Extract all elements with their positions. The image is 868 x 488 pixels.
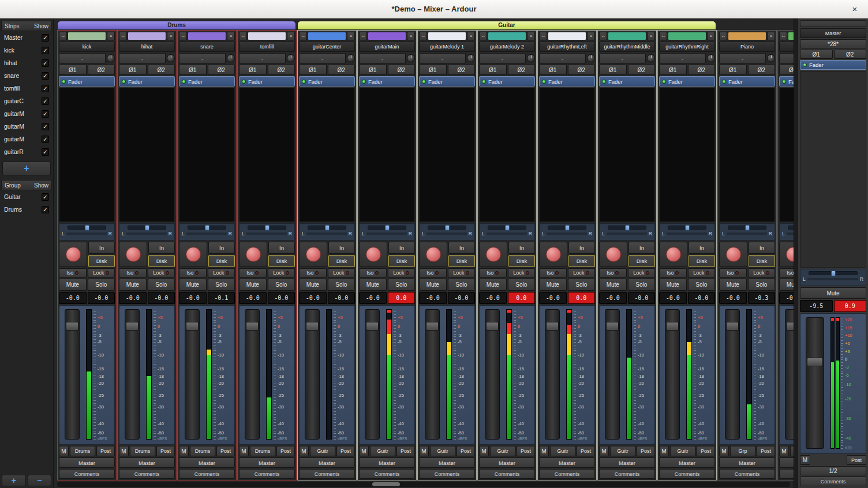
- gain-fader[interactable]: [245, 309, 260, 440]
- mute-button[interactable]: Mute: [659, 279, 687, 291]
- metering-button[interactable]: M: [359, 446, 369, 456]
- pan-handle[interactable]: [831, 271, 836, 276]
- processor-box[interactable]: [779, 88, 794, 222]
- solo-button[interactable]: Solo: [88, 279, 115, 291]
- panner[interactable]: L R: [419, 223, 475, 241]
- strip-list-item[interactable]: guitarM ✓: [1, 107, 52, 120]
- phase-invert-1[interactable]: Ø1: [779, 65, 794, 75]
- group-button[interactable]: Grp: [790, 446, 794, 456]
- phase-invert-2[interactable]: Ø2: [688, 65, 716, 75]
- visibility-checkbox[interactable]: ✓: [42, 136, 49, 143]
- strip-list-item[interactable]: guitarC ✓: [1, 95, 52, 107]
- fader-handle[interactable]: [606, 322, 619, 331]
- monitor-input-button[interactable]: In: [88, 242, 115, 254]
- panner[interactable]: L R: [59, 223, 115, 241]
- gain-display[interactable]: -9.5: [800, 300, 833, 312]
- pan-handle[interactable]: [205, 225, 209, 231]
- peak-display[interactable]: -0.0: [328, 292, 356, 304]
- phase-invert-2[interactable]: Ø2: [834, 50, 867, 59]
- strip-hide-button[interactable]: ×: [287, 32, 295, 40]
- trim-knob[interactable]: [467, 54, 475, 62]
- visibility-checkbox[interactable]: ✓: [42, 123, 49, 130]
- fader-handle[interactable]: [126, 322, 139, 331]
- pan-handle[interactable]: [565, 225, 570, 231]
- meter-point-button[interactable]: Post: [336, 446, 355, 456]
- pan-track[interactable]: [728, 226, 766, 230]
- comments-button[interactable]: Comments: [659, 469, 715, 479]
- trim-knob[interactable]: [707, 54, 715, 62]
- strip-color-swatch[interactable]: [68, 32, 106, 40]
- monitor-disk-button[interactable]: Disk: [88, 255, 115, 267]
- input-button[interactable]: -: [539, 53, 586, 63]
- solo-isolate-button[interactable]: Iso: [659, 268, 687, 277]
- panner[interactable]: L R: [179, 223, 235, 241]
- strip-color-swatch[interactable]: [368, 32, 406, 40]
- phase-invert-2[interactable]: Ø2: [328, 65, 356, 75]
- fader-handle[interactable]: [66, 322, 78, 331]
- group-button[interactable]: Drums: [190, 446, 215, 456]
- pan-handle[interactable]: [745, 225, 750, 231]
- gain-fader[interactable]: [725, 309, 740, 440]
- mute-button[interactable]: Mute: [719, 279, 747, 291]
- comments-button[interactable]: Comments: [359, 469, 415, 479]
- output-button[interactable]: Master: [299, 457, 355, 468]
- monitor-input-button[interactable]: In: [689, 242, 715, 254]
- phase-invert-1[interactable]: Ø1: [299, 65, 327, 75]
- mute-button[interactable]: Mute: [179, 279, 207, 291]
- solo-isolate-button[interactable]: Iso: [779, 268, 794, 277]
- comments-button[interactable]: Comments: [239, 469, 295, 479]
- processor-box[interactable]: [419, 88, 475, 222]
- gain-display[interactable]: -0.0: [599, 292, 627, 304]
- fader-processor[interactable]: Fader: [599, 76, 655, 87]
- comments-button[interactable]: Comments: [719, 469, 775, 479]
- fader-processor[interactable]: Fader: [479, 76, 535, 87]
- meter-point-button[interactable]: Post: [847, 455, 866, 465]
- pan-track[interactable]: [548, 226, 586, 230]
- solo-isolate-button[interactable]: Iso: [119, 268, 147, 277]
- monitor-disk-button[interactable]: Disk: [628, 255, 655, 267]
- strip-width-toggle[interactable]: ↔: [299, 32, 307, 40]
- monitor-input-button[interactable]: In: [268, 242, 295, 254]
- solo-isolate-button[interactable]: Iso: [599, 268, 627, 277]
- solo-lock-button[interactable]: Lock: [88, 268, 115, 277]
- pan-track[interactable]: [488, 226, 526, 230]
- strip-name-button[interactable]: Master: [800, 28, 866, 38]
- fader-processor[interactable]: Fader: [239, 76, 295, 87]
- visibility-checkbox[interactable]: ✓: [42, 85, 49, 92]
- strip-color-swatch[interactable]: [608, 32, 646, 40]
- solo-button[interactable]: Solo: [148, 279, 175, 291]
- monitor-input-button[interactable]: In: [208, 242, 235, 254]
- fader-processor[interactable]: Fader: [659, 76, 715, 87]
- strip-name-button[interactable]: guitarRhythmMiddle: [599, 42, 655, 52]
- pan-track[interactable]: [68, 226, 106, 230]
- meter-point-button[interactable]: Post: [577, 446, 595, 456]
- monitor-disk-button[interactable]: Disk: [268, 255, 295, 267]
- output-button[interactable]: Master: [359, 457, 415, 468]
- meter-point-button[interactable]: Post: [517, 446, 535, 456]
- strip-width-toggle[interactable]: ↔: [779, 32, 787, 40]
- trim-knob[interactable]: [107, 54, 115, 62]
- fader-handle[interactable]: [546, 322, 559, 331]
- strip-color-swatch[interactable]: [308, 32, 346, 40]
- phase-invert-1[interactable]: Ø1: [239, 65, 267, 75]
- strip-list-item[interactable]: guitarM ✓: [1, 120, 52, 133]
- meter-point-button[interactable]: Post: [156, 446, 175, 456]
- output-button[interactable]: Master: [479, 457, 535, 468]
- strip-hide-button[interactable]: ×: [527, 32, 535, 40]
- phase-invert-1[interactable]: Ø1: [599, 65, 627, 75]
- solo-button[interactable]: Solo: [688, 279, 716, 291]
- pan-handle[interactable]: [325, 225, 330, 231]
- strip-width-toggle[interactable]: ↔: [359, 32, 367, 40]
- metering-button[interactable]: M: [179, 446, 189, 456]
- visibility-checkbox[interactable]: ✓: [42, 34, 49, 42]
- gain-display[interactable]: -0.0: [479, 292, 507, 304]
- comments-button[interactable]: Comments: [479, 469, 535, 479]
- record-enable-button[interactable]: [726, 247, 741, 262]
- output-button[interactable]: Master: [779, 457, 794, 468]
- strip-hide-button[interactable]: ×: [347, 32, 355, 40]
- pan-handle[interactable]: [85, 225, 89, 231]
- visibility-checkbox[interactable]: ✓: [42, 206, 49, 213]
- peak-display[interactable]: 0.9: [834, 300, 867, 312]
- mute-button[interactable]: Mute: [299, 279, 327, 291]
- pan-track[interactable]: [248, 226, 286, 230]
